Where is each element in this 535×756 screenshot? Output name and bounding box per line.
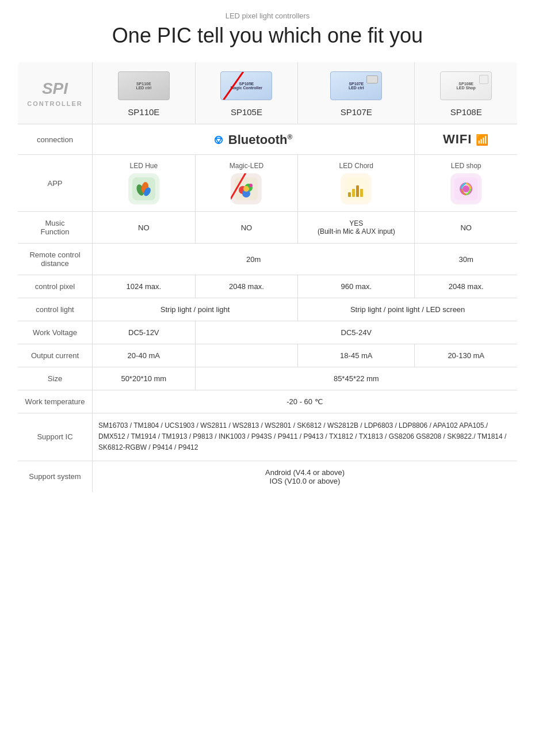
music-sp105e: NO — [195, 212, 298, 244]
control-light-row: control light Strip light / point light … — [18, 298, 518, 321]
size-row: Size 50*20*10 mm 85*45*22 mm — [18, 367, 518, 390]
app-sp110e-name: LED Hue — [98, 162, 189, 170]
sp105e-name: SP105E — [201, 107, 292, 117]
work-voltage-label: Work Voltage — [18, 321, 93, 344]
svg-rect-11 — [348, 192, 351, 197]
work-voltage-rest: DC5-24V — [195, 321, 517, 344]
work-temp-value: -20 - 60 ℃ — [93, 390, 518, 413]
control-pixel-sp107e: 960 max. — [298, 275, 415, 298]
sp108e-image: SP108ELED Shop — [437, 69, 495, 102]
page-title: One PIC tell you which one fit you — [17, 24, 518, 48]
support-ic-value: SM16703 / TM1804 / UCS1903 / WS2811 / WS… — [93, 413, 518, 461]
control-light-sp107e-sp108e: Strip light / point light / LED screen — [298, 298, 518, 321]
bluetooth-text: Bluetooth® — [228, 132, 293, 147]
music-row: MusicFunction NO NO YES(Built-in Mic & A… — [18, 212, 518, 244]
app-sp105e-icon — [231, 173, 262, 204]
remote-20m: 20m — [93, 244, 415, 275]
sp107e-image: SP107ELED ctrl — [327, 69, 385, 102]
comparison-table: SPI CONTROLLER SP110ELED ctrl SP110E — [17, 62, 518, 493]
bluetooth-icon: ⎊ — [215, 132, 222, 147]
music-sp110e: NO — [93, 212, 196, 244]
spi-label: SPI — [24, 79, 86, 98]
app-sp105e-name: Magic-LED — [201, 162, 292, 170]
work-voltage-row: Work Voltage DC5-12V DC5-24V — [18, 321, 518, 344]
page-subtitle: LED pixel light controllers — [17, 12, 518, 20]
sp110e-box: SP110ELED ctrl — [118, 71, 170, 100]
app-sp107e-icon — [341, 173, 372, 204]
control-pixel-sp105e: 2048 max. — [195, 275, 298, 298]
size-label: Size — [18, 367, 93, 390]
music-sp107e-text: YES(Built-in Mic & AUX input) — [318, 219, 395, 235]
support-ic-row: Support IC SM16703 / TM1804 / UCS1903 / … — [18, 413, 518, 461]
connection-row: connection ⎊ Bluetooth® WIFI 📶 — [18, 124, 518, 155]
app-sp107e-name: LED Chord — [304, 162, 408, 170]
app-sp108e-icon — [450, 173, 482, 204]
bluetooth-cell: ⎊ Bluetooth® — [93, 124, 415, 155]
svg-rect-13 — [356, 185, 359, 197]
product-cell-sp108e: SP108ELED Shop SP108E — [415, 62, 518, 124]
output-current-row: Output current 20-40 mA 18-45 mA 20-130 … — [18, 344, 518, 367]
wifi-icon: 📶 — [476, 134, 489, 146]
support-system-row: Support system Android (V4.4 or above)IO… — [18, 461, 518, 492]
svg-point-17 — [463, 185, 469, 192]
svg-rect-14 — [360, 189, 363, 197]
music-sp108e: NO — [415, 212, 518, 244]
output-current-sp105e — [195, 344, 298, 367]
size-rest: 85*45*22 mm — [195, 367, 517, 390]
control-light-label: control light — [18, 298, 93, 321]
work-temp-label: Work temperature — [18, 390, 93, 413]
music-label: MusicFunction — [18, 212, 93, 244]
app-sp107e-cell: LED Chord — [298, 155, 415, 212]
music-sp107e: YES(Built-in Mic & AUX input) — [298, 212, 415, 244]
remote-30m: 30m — [415, 244, 518, 275]
sp107e-name: SP107E — [304, 107, 408, 117]
remote-row: Remote controldistance 20m 30m — [18, 244, 518, 275]
connection-label: connection — [18, 124, 93, 155]
app-label: APP — [18, 155, 93, 212]
controller-label: CONTROLLER — [24, 100, 86, 107]
control-pixel-sp108e: 2048 max. — [415, 275, 518, 298]
app-sp105e-cell: Magic-LED — [195, 155, 298, 212]
support-system-label: Support system — [18, 461, 93, 492]
spi-controller-cell: SPI CONTROLLER — [18, 62, 93, 124]
sp105e-box: SP105EMagic Controller — [220, 71, 272, 100]
sp105e-image: SP105EMagic Controller — [217, 69, 275, 102]
work-temp-row: Work temperature -20 - 60 ℃ — [18, 390, 518, 413]
work-voltage-sp110e: DC5-12V — [93, 321, 196, 344]
sp107e-box: SP107ELED ctrl — [330, 71, 382, 100]
product-cell-sp107e: SP107ELED ctrl SP107E — [298, 62, 415, 124]
size-sp110e: 50*20*10 mm — [93, 367, 196, 390]
output-current-sp107e: 18-45 mA — [298, 344, 415, 367]
sp108e-name: SP108E — [421, 107, 511, 117]
sp110e-name: SP110E — [98, 107, 189, 117]
output-current-sp108e: 20-130 mA — [415, 344, 518, 367]
control-light-sp110e-sp105e: Strip light / point light — [93, 298, 298, 321]
output-current-sp110e: 20-40 mA — [93, 344, 196, 367]
app-sp110e-cell: LED Hue — [93, 155, 196, 212]
product-cell-sp110e: SP110ELED ctrl SP110E — [93, 62, 196, 124]
sp110e-image: SP110ELED ctrl — [115, 69, 173, 102]
support-ic-label: Support IC — [18, 413, 93, 461]
app-sp108e-cell: LED shop — [415, 155, 518, 212]
control-pixel-row: control pixel 1024 max. 2048 max. 960 ma… — [18, 275, 518, 298]
app-sp108e-name: LED shop — [421, 162, 511, 170]
svg-rect-12 — [352, 189, 355, 197]
table-header-row: SPI CONTROLLER SP110ELED ctrl SP110E — [18, 62, 518, 124]
wifi-text: WIFI — [443, 132, 472, 146]
control-pixel-sp110e: 1024 max. — [93, 275, 196, 298]
sp108e-box: SP108ELED Shop — [440, 71, 492, 100]
app-sp110e-icon — [128, 173, 159, 204]
output-current-label: Output current — [18, 344, 93, 367]
app-row: APP LED Hue Magic-LED — [18, 155, 518, 212]
remote-label: Remote controldistance — [18, 244, 93, 275]
wifi-cell: WIFI 📶 — [415, 124, 518, 155]
product-cell-sp105e: SP105EMagic Controller SP105E — [195, 62, 298, 124]
control-pixel-label: control pixel — [18, 275, 93, 298]
support-system-value: Android (V4.4 or above)IOS (V10.0 or abo… — [93, 461, 518, 492]
